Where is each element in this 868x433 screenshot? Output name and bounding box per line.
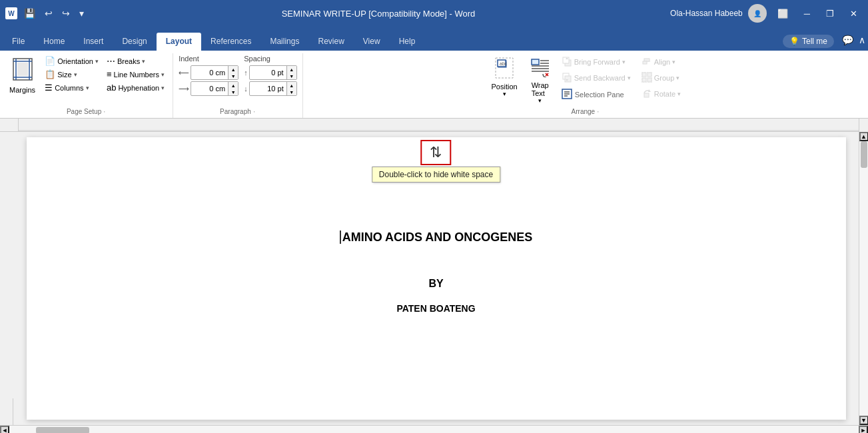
wrap-text-icon — [531, 57, 550, 80]
svg-rect-36 — [19, 119, 859, 132]
spacing-after-icon: ↓ — [244, 85, 248, 93]
tab-references[interactable]: References — [201, 33, 260, 51]
tooltip-bubble: Double-click to hide white space — [372, 167, 500, 183]
indent-left-input[interactable] — [191, 68, 228, 77]
scroll-thumb[interactable] — [861, 141, 867, 168]
hyphenation-button[interactable]: ab Hyphenation ▾ — [104, 81, 167, 94]
vertical-ruler — [0, 132, 13, 425]
send-backward-arrow: ▾ — [628, 75, 631, 81]
breaks-icon: ⋯ — [107, 56, 115, 66]
svg-rect-31 — [642, 78, 646, 82]
indent-left-up[interactable]: ▲ — [228, 66, 238, 73]
svg-rect-30 — [648, 73, 651, 77]
group-arrow: ▾ — [676, 75, 679, 81]
send-backward-button[interactable]: Send Backward ▾ — [558, 71, 635, 85]
breaks-button[interactable]: ⋯ Breaks ▾ — [104, 55, 167, 67]
app-icon: W — [5, 7, 17, 19]
h-scroll-left-button[interactable]: ◄ — [0, 426, 9, 434]
arrange-dialog-icon[interactable]: ⬝ — [596, 109, 600, 115]
svg-rect-5 — [17, 63, 28, 76]
size-button[interactable]: 📋 Size ▾ — [42, 68, 101, 81]
title-bar-left: W 💾 ↩ ↪ ▾ — [5, 7, 87, 20]
ribbon-right-controls: 💡 Tell me 💬 ∧ — [783, 32, 868, 51]
scroll-up-button[interactable]: ▲ — [859, 132, 869, 141]
undo-qat-button[interactable]: ↩ — [42, 7, 55, 20]
arrange-group-label[interactable]: Arrange ⬝ — [308, 107, 863, 118]
tab-layout[interactable]: Layout — [157, 33, 201, 51]
svg-rect-20 — [565, 76, 571, 82]
position-button[interactable]: abc Position ▾ — [486, 55, 523, 100]
spacing-before-up[interactable]: ▲ — [287, 66, 296, 73]
paragraph-dialog-icon[interactable]: ⬝ — [252, 109, 256, 115]
group-button[interactable]: Group ▾ — [638, 71, 685, 85]
comments-button[interactable]: 💬 — [839, 32, 856, 48]
svg-rect-29 — [642, 73, 646, 77]
spacing-before-icon: ↑ — [244, 69, 248, 77]
collapse-ribbon-button[interactable]: ∧ — [856, 32, 868, 48]
selection-pane-button[interactable]: Selection Pane — [558, 87, 635, 103]
title-bar: W 💾 ↩ ↪ ▾ SEMINAR WRITE-UP [Compatibilit… — [0, 0, 868, 27]
ribbon-display-button[interactable]: ⬜ — [772, 6, 793, 21]
indent-right-icon: ⟶ — [179, 85, 189, 93]
rotate-button[interactable]: Rotate ▾ — [638, 87, 685, 101]
spacing-before-down[interactable]: ▼ — [287, 73, 296, 79]
align-button[interactable]: Align ▾ — [638, 55, 685, 69]
scroll-down-button[interactable]: ▼ — [859, 416, 869, 425]
tab-review[interactable]: Review — [308, 33, 353, 51]
close-button[interactable]: ✕ — [845, 6, 863, 21]
redo-qat-button[interactable]: ↪ — [59, 7, 73, 20]
line-numbers-label: Line Numbers — [114, 71, 159, 79]
hyphenation-icon: ab — [107, 83, 116, 93]
spacing-after-down[interactable]: ▼ — [287, 89, 296, 95]
document-author: PATEN BOATENG — [80, 303, 793, 314]
tab-help[interactable]: Help — [390, 33, 425, 51]
tab-file[interactable]: File — [3, 33, 34, 51]
indent-right-input[interactable] — [191, 84, 228, 93]
h-scroll-thumb[interactable] — [36, 427, 89, 433]
spacing-group: Spacing ↑ ▲ ▼ ↓ — [244, 55, 297, 96]
indent-left-down[interactable]: ▼ — [228, 73, 238, 79]
tab-design[interactable]: Design — [113, 33, 156, 51]
window-title: SEMINAR WRITE-UP [Compatibility Mode] - … — [87, 9, 670, 19]
indent-right-up[interactable]: ▲ — [228, 82, 238, 89]
save-qat-button[interactable]: 💾 — [21, 7, 38, 20]
spacing-label: Spacing — [244, 55, 297, 64]
bring-forward-arrow: ▾ — [622, 59, 626, 65]
restore-button[interactable]: ❐ — [821, 6, 839, 21]
bring-forward-button[interactable]: Bring Forward ▾ — [558, 55, 635, 69]
line-numbers-arrow: ▾ — [161, 71, 165, 78]
h-scroll-track — [9, 426, 859, 433]
orientation-button[interactable]: 📄 Orientation ▾ — [42, 55, 101, 67]
align-label: Align — [654, 58, 670, 66]
minimize-button[interactable]: ─ — [799, 6, 815, 21]
send-backward-label: Send Backward — [574, 74, 626, 82]
ruler-right-spacer — [859, 119, 868, 132]
breaks-arrow: ▾ — [142, 58, 145, 65]
line-numbers-icon: ≡ — [107, 69, 112, 79]
customize-qat-button[interactable]: ▾ — [77, 7, 87, 20]
line-numbers-button[interactable]: ≡ Line Numbers ▾ — [104, 68, 167, 81]
columns-button[interactable]: ☰ Columns ▾ — [42, 81, 101, 94]
indent-right-down[interactable]: ▼ — [228, 89, 238, 95]
indent-label: Indent — [179, 55, 238, 64]
tab-view[interactable]: View — [354, 33, 390, 51]
ruler-v-svg — [0, 132, 13, 425]
spacing-after-input[interactable] — [250, 84, 286, 93]
margins-button[interactable]: Margins — [5, 55, 39, 97]
wrap-text-button[interactable]: WrapText ▾ — [526, 55, 555, 107]
group-label: Group — [654, 74, 675, 82]
scroll-track — [859, 141, 868, 416]
cursor-indicator: ⇅ Double-click to hide white space — [372, 140, 500, 183]
paragraph-group-label[interactable]: Paragraph ⬝ — [179, 107, 297, 118]
tab-mailings[interactable]: Mailings — [260, 33, 308, 51]
spacing-after-up[interactable]: ▲ — [287, 82, 296, 89]
page-setup-group-label[interactable]: Page Setup ⬝ — [5, 107, 167, 118]
paragraph-content: Indent ⟵ ▲ ▼ ⟶ — [179, 55, 297, 107]
spacing-before-input[interactable] — [250, 68, 286, 77]
tab-home[interactable]: Home — [34, 33, 74, 51]
tab-insert[interactable]: Insert — [74, 33, 113, 51]
position-label: Position — [492, 83, 518, 91]
h-scroll-right-button[interactable]: ► — [859, 426, 868, 434]
page-setup-dialog-icon[interactable]: ⬝ — [103, 109, 106, 115]
tell-me-field[interactable]: 💡 Tell me — [783, 35, 834, 48]
